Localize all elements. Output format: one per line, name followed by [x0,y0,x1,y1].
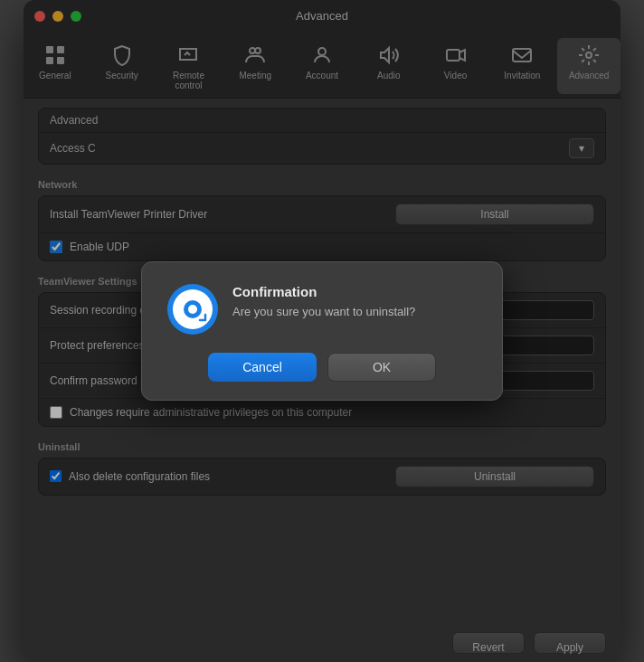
modal-buttons: Cancel OK [167,353,477,382]
modal-ok-button[interactable]: OK [327,353,436,382]
teamviewer-logo [167,284,218,335]
modal-title: Confirmation [232,284,415,299]
main-window: Advanced General Security [24,0,620,662]
svg-point-14 [188,305,197,314]
modal-message: Are you sure you want to uninstall? [232,305,415,318]
confirmation-modal: Confirmation Are you sure you want to un… [141,261,503,401]
modal-header: Confirmation Are you sure you want to un… [167,284,477,335]
modal-cancel-button[interactable]: Cancel [208,353,317,382]
modal-overlay: Confirmation Are you sure you want to un… [24,0,620,662]
modal-content: Confirmation Are you sure you want to un… [232,284,415,318]
